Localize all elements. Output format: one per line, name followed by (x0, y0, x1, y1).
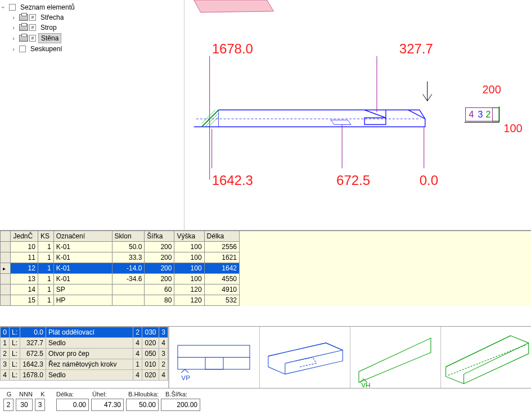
svg-rect-13 (205, 358, 223, 369)
table-row[interactable]: 121K-01-14.02001001642 (1, 263, 240, 274)
lbl-nnn: NNN (17, 391, 35, 398)
col-header[interactable]: Šířka (145, 231, 174, 242)
operations-table[interactable]: 0L:0.0Plát oddělovací203031L:327.7Sedlo4… (0, 327, 169, 388)
lbl-g: G (3, 391, 15, 398)
svg-line-1 (203, 111, 218, 126)
col-header[interactable]: KS (38, 231, 53, 242)
dim-label: 327.7 (399, 41, 433, 56)
input-g[interactable] (3, 399, 14, 411)
hash-icon: # (29, 24, 36, 31)
tree-item-strop[interactable]: #Strop (10, 22, 184, 33)
expand-toggle-icon[interactable] (10, 35, 17, 42)
input-delka[interactable] (56, 399, 89, 411)
tree-root-label: Seznam elementů (18, 3, 77, 12)
preview-thumbnails: VP VH (169, 327, 531, 388)
beam-drawing (194, 110, 425, 127)
col-header[interactable]: Označení (53, 231, 112, 242)
elements-table[interactable]: JednČKSOznačeníSklonŠířkaVýškaDélka 101K… (0, 231, 240, 306)
input-k[interactable] (35, 399, 45, 411)
hash-icon: # (29, 35, 36, 42)
elements-table-pane: JednČKSOznačeníSklonŠířkaVýškaDélka 101K… (0, 231, 531, 326)
lbl-sirka: B.Šířka: (165, 391, 199, 398)
svg-text:3: 3 (478, 110, 483, 119)
thumb-vp[interactable]: VP (169, 327, 259, 388)
dim-label: 1642.3 (212, 173, 253, 188)
tree-item-stěna[interactable]: #Stěna (10, 33, 184, 44)
thumb-iso-blue[interactable] (259, 327, 350, 388)
expand-toggle-icon[interactable] (0, 4, 7, 11)
lbl-k: K (37, 391, 48, 398)
col-header[interactable]: Výška (174, 231, 204, 242)
operation-row[interactable]: 3L:1642.3Řez námětových krokv10102 (1, 359, 168, 370)
table-row[interactable]: 101K-0150.02001002556 (1, 242, 240, 252)
svg-text:VH: VH (361, 381, 370, 388)
svg-line-3 (205, 114, 219, 127)
dim-label: 0.0 (420, 173, 438, 188)
row-header[interactable] (1, 242, 11, 252)
parameter-bar: G NNN K Délka: Úhel: B.Hloubka: B.Šířka: (0, 388, 531, 416)
tree-item-seskupení[interactable]: Seskupení (10, 44, 184, 54)
expand-toggle-icon[interactable] (10, 24, 17, 31)
svg-text:2: 2 (485, 110, 490, 119)
input-nnn[interactable] (16, 399, 33, 411)
table-row[interactable]: 141SP601204910 (1, 284, 240, 295)
tree-root[interactable]: Seznam elementů (0, 2, 184, 12)
col-header[interactable]: Délka (204, 231, 239, 242)
element-tree: Seznam elementů #Střecha#Strop#StěnaSesk… (0, 0, 184, 230)
green-cut (202, 110, 219, 127)
svg-text:VP: VP (181, 374, 190, 381)
printer-icon (19, 35, 28, 42)
hash-icon: # (29, 14, 36, 21)
material-section-icon (194, 0, 274, 12)
svg-rect-11 (178, 345, 250, 357)
drawing-viewport[interactable]: 1678.0 327.7 (184, 0, 531, 230)
input-hloubka[interactable] (126, 399, 159, 411)
operation-row[interactable]: 1L:327.7Sedlo40204 (1, 338, 168, 349)
printer-icon (19, 14, 28, 21)
expand-toggle-icon[interactable] (10, 46, 17, 52)
lbl-delka: Délka: (56, 391, 90, 398)
table-row[interactable]: 131K-01-34.62001004550 (1, 274, 240, 284)
table-row[interactable]: 151HP80120532 (1, 295, 240, 306)
row-header[interactable] (1, 284, 11, 295)
tree-item-label: Střecha (38, 13, 66, 22)
input-sirka[interactable] (161, 399, 200, 411)
tree-item-střecha[interactable]: #Střecha (10, 12, 184, 22)
svg-marker-0 (331, 120, 351, 124)
row-header[interactable] (1, 274, 11, 284)
svg-marker-16 (359, 338, 431, 382)
row-header[interactable] (1, 252, 11, 263)
lbl-uhel: Úhel: (92, 391, 126, 398)
svg-text:100: 100 (503, 122, 522, 134)
svg-marker-18 (446, 336, 529, 383)
row-header[interactable] (1, 263, 11, 274)
checkbox-icon[interactable] (9, 4, 16, 11)
tree-item-label: Stěna (38, 33, 61, 43)
tree-item-label: Strop (38, 23, 59, 32)
svg-line-2 (202, 110, 215, 124)
thumb-iso-green[interactable] (440, 327, 531, 388)
dim-label: 672.5 (336, 173, 370, 188)
svg-rect-12 (178, 358, 250, 369)
table-row[interactable]: 111K-0133.32001001621 (1, 252, 240, 263)
lbl-hloubka: B.Hloubka: (128, 391, 163, 398)
printer-icon (19, 24, 28, 31)
input-uhel[interactable] (91, 399, 124, 411)
operation-row[interactable]: 2L:672.5Otvor pro čep40503 (1, 349, 168, 359)
dim-label: 1678.0 (212, 41, 253, 56)
operation-row[interactable]: 4L:1678.0Sedlo40204 (1, 370, 168, 381)
tree-item-label: Seskupení (28, 44, 65, 53)
thumb-vh[interactable]: VH (350, 327, 440, 388)
checkbox-icon[interactable] (19, 46, 26, 52)
operation-row[interactable]: 0L:0.0Plát oddělovací20303 (1, 327, 168, 338)
col-header[interactable]: JednČ (11, 231, 38, 242)
row-header[interactable] (1, 295, 11, 306)
cross-section: 200 100 4 3 2 (465, 83, 523, 135)
svg-text:200: 200 (482, 83, 501, 96)
col-header[interactable]: Sklon (112, 231, 145, 242)
expand-toggle-icon[interactable] (10, 14, 17, 21)
svg-text:4: 4 (469, 110, 474, 119)
